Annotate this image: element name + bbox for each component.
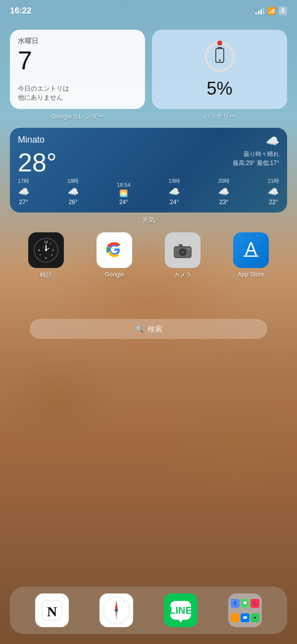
notion-dock-icon[interactable]: N [35,593,69,627]
main-content: 水曜日 7 今日のエントリは他にありません Googleカレンダー [0,22,297,644]
mini-app-facetime: 📞 [250,599,259,608]
google-app-item[interactable]: Google [87,232,142,279]
clock-time: 16:22 [10,6,31,16]
folder-dock-item[interactable]: 👤 💬 📞 🔶 ✉️ ★ [228,593,262,627]
weather-widget-label: 天気 [10,215,287,224]
svg-text:5: 5 [51,254,53,257]
svg-text:1: 1 [50,242,51,245]
weather-widget[interactable]: Minato ☁️ 28° 曇り時々晴れ 最高:29° 最低:17° 17時 ☁… [10,128,287,213]
search-bar[interactable]: 🔍 検索 [30,319,267,339]
weather-header: Minato ☁️ [18,135,279,148]
weather-hour-1: 17時 ☁️ 27° [18,177,29,206]
line-bubble: LINE [170,601,191,620]
line-dock-item[interactable]: LINE [164,593,198,627]
battery-widget-label: バッテリー [152,112,287,121]
svg-text:12: 12 [44,240,48,244]
calendar-widget-label: Googleカレンダー [10,112,145,121]
notion-dock-item[interactable]: N [35,593,69,627]
weather-hourly: 17時 ☁️ 27° 18時 ☁️ 26° 18:54 🌅 24° 19時 ☁️… [18,177,279,206]
camera-app-label: カメラ [174,271,192,279]
svg-text:7: 7 [40,254,41,257]
clock-face-svg: 12 3 6 9 1 5 7 [33,237,59,263]
safari-dock-item[interactable] [99,593,133,627]
svg-point-2 [217,41,222,46]
calendar-widget-col: 水曜日 7 今日のエントリは他にありません Googleカレンダー [10,30,145,121]
widgets-row-1: 水曜日 7 今日のエントリは他にありません Googleカレンダー [10,30,287,121]
mini-app-mail: ✉️ [241,613,249,622]
weather-hour-5: 20時 ☁️ 23° [218,177,230,206]
appstore-app-icon[interactable]: A [233,232,269,268]
camera-icon-svg [172,239,194,261]
svg-point-22 [181,251,184,254]
appstore-icon-svg: A [240,239,262,261]
appstore-app-item[interactable]: A App Store [224,232,278,279]
folder-dock-icon[interactable]: 👤 💬 📞 🔶 ✉️ ★ [228,593,262,627]
status-icons: 📶 5 [255,6,287,15]
google-app-label: Google [105,271,124,278]
mini-app-app3: ★ [250,613,259,622]
status-bar: 16:22 📶 5 [0,0,297,22]
google-app-icon[interactable] [97,232,132,268]
weather-hour-4: 19時 ☁️ 24° [169,177,180,206]
svg-rect-4 [217,47,222,49]
dock: N LINE [10,587,287,634]
google-logo-svg [103,239,125,261]
weather-hour-3: 18:54 🌅 24° [117,182,131,206]
safari-dock-icon[interactable] [99,593,133,627]
weather-hour-6: 21時 ☁️ 22° [268,177,279,206]
battery-widget[interactable]: 5% [152,30,287,109]
mini-app-messages: 💬 [241,599,249,608]
clock-app-item[interactable]: 12 3 6 9 1 5 7 時計 [19,232,73,279]
calendar-date: 7 [18,47,137,75]
clock-app-icon[interactable]: 12 3 6 9 1 5 7 [28,232,64,268]
svg-point-34 [115,609,118,612]
search-icon: 🔍 [135,325,144,333]
weather-city: Minato [18,135,45,145]
line-dock-icon[interactable]: LINE [164,593,198,627]
clock-app-label: 時計 [40,271,52,279]
camera-app-icon[interactable] [165,232,200,268]
calendar-widget[interactable]: 水曜日 7 今日のエントリは他にありません [10,30,145,109]
svg-point-5 [219,59,221,61]
notion-icon-svg: N [41,599,63,621]
calendar-day: 水曜日 [18,37,137,46]
search-placeholder: 検索 [148,324,162,334]
battery-ring [202,40,237,74]
battery-percent: 5% [206,78,232,99]
safari-icon-svg [99,593,133,627]
weather-description: 曇り時々晴れ 最高:29° 最低:17° [233,150,279,167]
mini-app-contacts: 👤 [231,599,240,608]
weather-temp: 28° [18,150,57,175]
battery-widget-col: 5% バッテリー [152,30,287,121]
battery-status-bar: 5 [279,6,287,15]
wifi-icon: 📶 [267,7,276,15]
camera-app-item[interactable]: カメラ [155,232,210,279]
svg-text:N: N [47,604,57,619]
mini-app-app2: 🔶 [231,613,240,622]
svg-point-17 [45,249,47,251]
signal-icon [255,7,264,14]
svg-point-24 [188,248,190,250]
weather-cloud-icon: ☁️ [266,135,279,148]
svg-rect-23 [179,244,183,247]
weather-hour-2: 18時 ☁️ 26° [67,177,79,206]
appstore-app-label: App Store [238,271,264,278]
apps-row: 12 3 6 9 1 5 7 時計 [10,232,287,279]
calendar-note: 今日のエントリは他にありません [18,84,137,102]
